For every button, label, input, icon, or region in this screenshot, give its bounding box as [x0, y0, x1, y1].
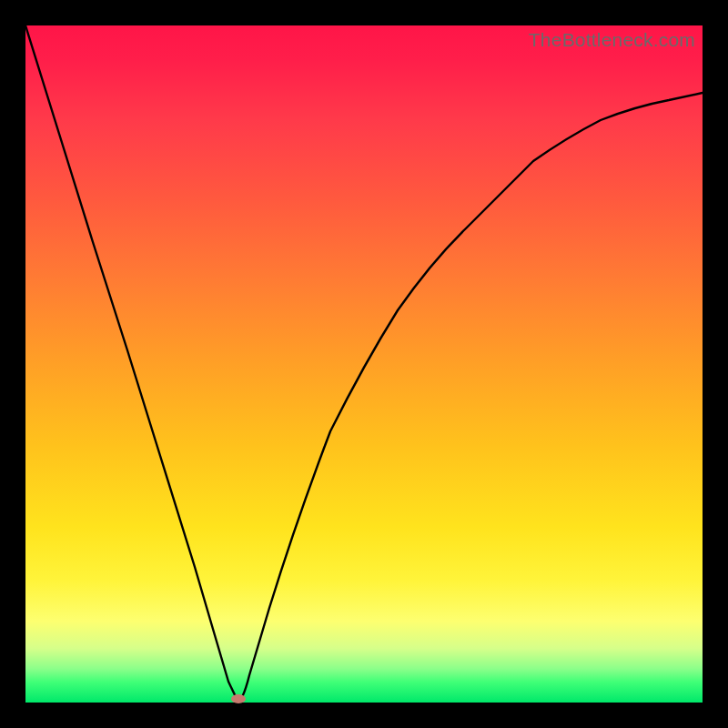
bottleneck-curve — [25, 25, 703, 703]
plot-area: TheBottleneck.com — [25, 25, 703, 703]
curve-path — [25, 25, 703, 703]
chart-frame: TheBottleneck.com — [0, 0, 728, 728]
minimum-marker — [231, 694, 246, 703]
